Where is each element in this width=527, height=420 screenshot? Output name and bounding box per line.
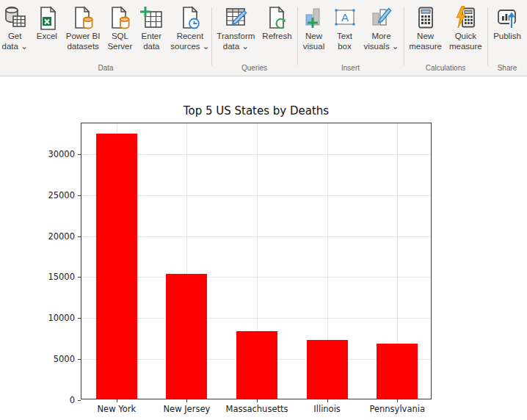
chart-title: Top 5 US States by Deaths	[81, 104, 432, 117]
excel-file-icon	[35, 5, 59, 32]
textbox-icon: A	[333, 5, 357, 32]
button-label: data	[143, 42, 159, 52]
report-canvas: Top 5 US States by Deaths 05000100001500…	[0, 77, 527, 420]
y-tick	[78, 400, 81, 401]
svg-text:A: A	[341, 11, 348, 23]
x-tick	[257, 399, 258, 402]
get-data-button[interactable]: Get data ⌄	[0, 5, 32, 51]
y-tick-label: 25000	[31, 190, 75, 200]
file-database-icon	[71, 5, 95, 32]
button-label: Text	[337, 32, 352, 42]
button-label: Transform	[217, 32, 255, 42]
chart-pencil-icon	[369, 5, 393, 32]
y-tick-label: 5000	[31, 354, 75, 364]
button-label: Recent	[177, 32, 203, 42]
x-tick	[117, 399, 117, 402]
y-tick	[78, 318, 81, 319]
ribbon-group-share: Publish Share	[487, 0, 527, 76]
button-label: data ⌄	[2, 42, 28, 52]
ribbon-group-data: Get data ⌄ Excel	[0, 0, 211, 76]
button-label: New	[417, 32, 434, 42]
button-label: data ⌄	[223, 42, 249, 52]
ribbon-group-queries: Transform data ⌄ Refresh Queries	[211, 0, 297, 76]
button-label: box	[338, 42, 352, 52]
bar-new-york	[96, 134, 137, 399]
calculator-bolt-icon	[454, 5, 477, 32]
button-label: New	[305, 32, 322, 42]
ribbon-group-insert: New visual A Text box More	[297, 0, 404, 76]
chart-plus-icon	[302, 5, 326, 32]
more-visuals-button[interactable]: More visuals ⌄	[360, 5, 403, 51]
table-pencil-icon	[224, 5, 247, 32]
y-tick	[78, 277, 81, 278]
table-plus-icon	[139, 5, 163, 32]
bar-pennsylvania	[377, 344, 418, 399]
button-label: Enter	[142, 32, 162, 42]
y-tick-label: 0	[31, 395, 75, 405]
y-tick-label: 20000	[31, 231, 75, 242]
y-tick	[78, 236, 81, 237]
refresh-button[interactable]: Refresh	[258, 5, 295, 51]
button-label: visual	[303, 42, 324, 52]
y-tick	[78, 195, 81, 196]
button-label: More	[371, 32, 390, 42]
button-label: Publish	[493, 32, 521, 42]
quick-measure-button[interactable]: Quick measure	[446, 5, 486, 51]
plot-area: 050001000015000200002500030000New YorkNe…	[81, 123, 432, 399]
ribbon-group-calculations: New measure Quick measure Calculat	[404, 0, 487, 76]
x-tick	[186, 399, 187, 402]
bar-new-jersey	[166, 274, 207, 399]
button-label: Power BI	[66, 32, 101, 42]
button-label: Server	[107, 42, 132, 52]
x-tick	[327, 399, 328, 402]
power-bi-datasets-button[interactable]: Power BI datasets	[62, 5, 104, 51]
sql-server-button[interactable]: SQL Server	[103, 5, 136, 51]
button-label: Get	[8, 32, 22, 42]
button-label: SQL	[112, 32, 128, 42]
file-database-icon	[108, 5, 131, 32]
y-tick	[78, 359, 81, 360]
new-measure-button[interactable]: New measure	[405, 5, 446, 51]
ribbon-group-label: Queries	[211, 62, 297, 76]
ribbon-group-label: Calculations	[404, 62, 487, 76]
bar-massachusetts	[236, 331, 277, 399]
recent-sources-button[interactable]: Recent sources ⌄	[167, 5, 213, 51]
excel-button[interactable]: Excel	[32, 5, 62, 51]
file-refresh-icon	[265, 5, 288, 32]
database-table-icon	[3, 5, 26, 32]
button-label: datasets	[67, 42, 98, 52]
publish-icon	[495, 5, 519, 32]
x-tick	[397, 399, 398, 402]
button-label: Refresh	[262, 32, 291, 42]
file-clock-icon	[178, 5, 202, 32]
ribbon-toolbar: Get data ⌄ Excel	[0, 0, 527, 76]
new-visual-button[interactable]: New visual	[299, 5, 330, 51]
ribbon-group-label: Insert	[297, 62, 404, 76]
y-tick	[78, 154, 81, 155]
button-label: visuals ⌄	[364, 42, 399, 52]
y-tick-label: 15000	[31, 272, 75, 282]
button-label: sources ⌄	[170, 42, 209, 52]
button-label: measure	[409, 42, 442, 52]
button-label: measure	[449, 42, 482, 52]
publish-button[interactable]: Publish	[490, 5, 525, 51]
y-tick-label: 30000	[31, 149, 75, 159]
calculator-icon	[414, 5, 437, 32]
transform-data-button[interactable]: Transform data ⌄	[213, 5, 258, 51]
button-label: Quick	[455, 32, 476, 42]
y-tick-label: 10000	[31, 313, 75, 323]
text-box-button[interactable]: A Text box	[330, 5, 360, 51]
button-label: Excel	[37, 32, 57, 42]
ribbon-group-label: Data	[0, 62, 211, 76]
bar-illinois	[307, 340, 348, 399]
ribbon-group-label: Share	[487, 62, 527, 76]
enter-data-button[interactable]: Enter data	[136, 5, 167, 51]
x-tick-label: Pennsylvania	[353, 404, 441, 414]
